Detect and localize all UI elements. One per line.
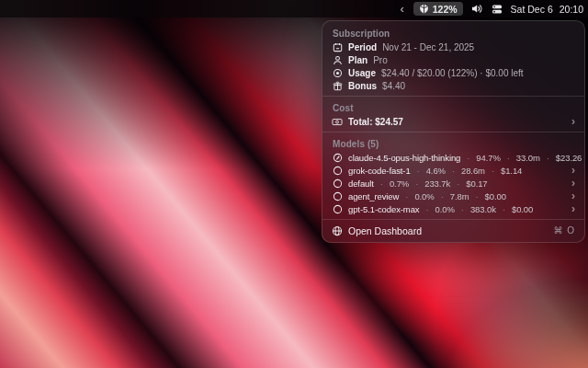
period-value: Nov 21 - Dec 21, 2025	[382, 42, 474, 52]
plan-label: Plan	[348, 55, 368, 65]
usage-dropdown-panel: Subscription Period Nov 21 - Dec 21, 202…	[322, 20, 585, 243]
total-cost-row[interactable]: Total: $24.57 ›	[322, 115, 584, 128]
separator-dot: ·	[456, 178, 460, 189]
menubar-clock[interactable]: Sat Dec 6 20:10	[511, 4, 583, 15]
volume-icon[interactable]	[471, 4, 483, 14]
separator-dot: ·	[404, 191, 409, 201]
bonus-value: $4.40	[382, 81, 405, 91]
divider	[322, 219, 584, 220]
plan-row[interactable]: Plan Pro	[322, 53, 584, 66]
calendar-icon	[332, 42, 343, 52]
model-cost: $0.00	[485, 191, 506, 201]
model-circle-icon	[332, 178, 343, 189]
model-circle-icon	[332, 191, 343, 201]
chevron-right-icon: ›	[571, 166, 575, 175]
usage-row[interactable]: Usage $24.40 / $20.00 (122%) · $0.00 lef…	[322, 66, 584, 79]
divider	[322, 132, 584, 132]
bonus-label: Bonus	[348, 81, 377, 91]
separator-dot: ·	[546, 153, 550, 163]
open-dashboard-label: Open Dashboard	[348, 225, 422, 236]
separator-dot: ·	[416, 166, 421, 176]
model-name: claude-4.5-opus-high-thinking	[348, 153, 460, 163]
screen: ‹ 122% Sat De	[0, 0, 588, 368]
keyboard-shortcut: ⌘ O	[553, 225, 575, 236]
usage-percentage: 122%	[433, 4, 458, 15]
model-name: default	[348, 178, 374, 189]
model-row-gpt-5-1-codex-max[interactable]: gpt-5.1-codex-max · 0.0% · 383.0k · $0.0…	[322, 202, 584, 215]
model-tokens: 7.8m	[450, 191, 469, 201]
period-row[interactable]: Period Nov 21 - Dec 21, 2025	[322, 40, 584, 53]
separator-dot: ·	[379, 178, 384, 189]
plan-value: Pro	[373, 55, 388, 65]
model-percent: 0.7%	[390, 178, 409, 189]
separator-dot: ·	[466, 153, 470, 163]
model-tokens: 233.7k	[424, 178, 450, 189]
chevron-right-icon: ›	[571, 117, 575, 126]
gift-icon	[332, 81, 343, 91]
usage-menubar-item[interactable]: 122%	[413, 2, 463, 16]
model-circle-icon	[332, 166, 343, 176]
separator-dot: ·	[506, 153, 511, 163]
menu-bar: ‹ 122% Sat De	[0, 0, 588, 17]
period-label: Period	[348, 42, 377, 52]
chevron-right-icon: ›	[571, 178, 575, 188]
model-tokens: 383.0k	[470, 204, 496, 214]
separator-dot: ·	[425, 204, 430, 214]
separator-dot: ·	[414, 178, 419, 189]
model-percent: 0.0%	[435, 204, 455, 214]
bonus-row[interactable]: Bonus $4.40	[322, 79, 584, 92]
open-dashboard-item[interactable]: Open Dashboard ⌘ O	[322, 223, 584, 238]
target-icon	[332, 68, 343, 78]
models-section-header: Models (5)	[322, 135, 584, 151]
person-icon	[332, 55, 343, 65]
model-row-claude-4-5-opus-high-thinking[interactable]: claude-4.5-opus-high-thinking · 94.7% · …	[322, 151, 584, 164]
separator-dot: ·	[440, 191, 445, 201]
model-cost: $1.14	[501, 166, 522, 176]
model-name: gpt-5.1-codex-max	[348, 204, 420, 214]
globe-icon	[332, 225, 343, 236]
separator-dot: ·	[474, 191, 479, 201]
separator-dot: ·	[491, 166, 495, 176]
active-model-icon	[332, 153, 343, 163]
model-percent: 94.7%	[476, 153, 500, 163]
chevron-right-icon: ›	[571, 204, 575, 213]
model-cost: $0.00	[512, 204, 533, 214]
separator-dot: ·	[460, 204, 465, 214]
model-tokens: 33.0m	[516, 153, 540, 163]
subscription-section-header: Subscription	[322, 25, 584, 40]
model-cost: $23.26	[556, 153, 582, 163]
chevron-right-icon: ›	[571, 191, 575, 201]
separator-dot: ·	[502, 204, 506, 214]
stack-icon[interactable]	[492, 4, 503, 15]
menubar-time: 20:10	[560, 4, 583, 15]
banknote-icon	[332, 117, 343, 127]
model-percent: 0.0%	[414, 191, 434, 201]
model-tokens: 28.6m	[461, 166, 485, 176]
separator-dot: ·	[451, 166, 456, 176]
model-name: grok-code-fast-1	[348, 166, 411, 176]
app-logo-icon	[419, 4, 429, 14]
model-circle-icon	[332, 204, 343, 214]
total-cost-label: Total: $24.57	[348, 117, 403, 127]
usage-label: Usage	[348, 68, 376, 78]
model-row-grok-code-fast-1[interactable]: grok-code-fast-1 · 4.6% · 28.6m · $1.14 …	[322, 164, 584, 177]
collapse-chevron-icon[interactable]: ‹	[399, 0, 404, 17]
model-row-default[interactable]: default · 0.7% · 233.7k · $0.17 ›	[322, 177, 584, 190]
divider	[322, 96, 584, 97]
model-cost: $0.17	[466, 178, 487, 189]
model-percent: 4.6%	[426, 166, 446, 176]
cost-section-header: Cost	[322, 99, 584, 115]
menubar-date: Sat Dec 6	[511, 4, 553, 15]
model-name: agent_review	[348, 191, 399, 201]
usage-value: $24.40 / $20.00 (122%) · $0.00 left	[381, 68, 524, 78]
model-row-agent-review[interactable]: agent_review · 0.0% · 7.8m · $0.00 ›	[322, 190, 584, 202]
